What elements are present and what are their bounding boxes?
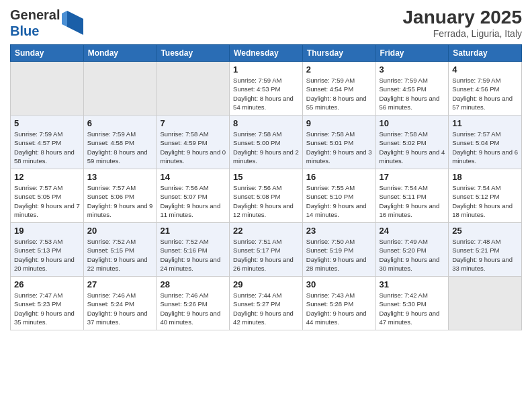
header: General Blue January 2025 Ferrada, Ligur… [10, 7, 522, 39]
week-row-3: 12Sunrise: 7:57 AMSunset: 5:05 PMDayligh… [11, 169, 522, 223]
calendar-cell: 15Sunrise: 7:56 AMSunset: 5:08 PMDayligh… [230, 169, 303, 223]
header-friday: Friday [375, 45, 449, 62]
day-info: Sunrise: 7:47 AMSunset: 5:23 PMDaylight:… [14, 291, 80, 326]
logo-icon [62, 11, 83, 35]
day-number: 5 [14, 118, 80, 128]
day-info: Sunrise: 7:59 AMSunset: 4:58 PMDaylight:… [87, 130, 153, 165]
calendar-cell: 9Sunrise: 7:58 AMSunset: 5:01 PMDaylight… [302, 116, 375, 169]
calendar-cell [11, 62, 84, 116]
calendar-cell [83, 62, 157, 116]
week-row-1: 1Sunrise: 7:59 AMSunset: 4:53 PMDaylight… [11, 62, 522, 116]
day-info: Sunrise: 7:42 AMSunset: 5:30 PMDaylight:… [380, 291, 445, 326]
calendar-cell: 5Sunrise: 7:59 AMSunset: 4:57 PMDaylight… [11, 116, 84, 169]
day-info: Sunrise: 7:54 AMSunset: 5:11 PMDaylight:… [380, 183, 445, 219]
calendar-cell: 14Sunrise: 7:56 AMSunset: 5:07 PMDayligh… [157, 169, 230, 223]
day-info: Sunrise: 7:59 AMSunset: 4:57 PMDaylight:… [14, 130, 80, 165]
calendar-cell: 19Sunrise: 7:53 AMSunset: 5:13 PMDayligh… [11, 223, 84, 277]
day-number: 11 [452, 118, 518, 128]
month-title: January 2025 [403, 7, 522, 28]
header-sunday: Sunday [11, 45, 84, 62]
day-number: 25 [452, 226, 518, 236]
calendar-cell: 1Sunrise: 7:59 AMSunset: 4:53 PMDaylight… [230, 62, 303, 116]
page: General Blue January 2025 Ferrada, Ligur… [0, 0, 532, 411]
title-block: January 2025 Ferrada, Liguria, Italy [403, 7, 522, 39]
calendar-cell: 7Sunrise: 7:58 AMSunset: 4:59 PMDaylight… [157, 116, 230, 169]
day-number: 26 [14, 279, 80, 289]
calendar-cell: 2Sunrise: 7:59 AMSunset: 4:54 PMDaylight… [302, 62, 375, 116]
calendar-cell: 17Sunrise: 7:54 AMSunset: 5:11 PMDayligh… [375, 169, 449, 223]
day-number: 4 [452, 64, 518, 75]
calendar-cell: 21Sunrise: 7:52 AMSunset: 5:16 PMDayligh… [157, 223, 230, 277]
logo: General Blue [10, 7, 83, 39]
day-info: Sunrise: 7:43 AMSunset: 5:28 PMDaylight:… [306, 291, 372, 326]
logo-general: General [10, 7, 60, 22]
calendar-cell: 12Sunrise: 7:57 AMSunset: 5:05 PMDayligh… [11, 169, 84, 223]
day-number: 10 [380, 118, 445, 128]
day-number: 2 [306, 64, 372, 75]
day-number: 27 [87, 279, 153, 289]
day-number: 14 [160, 172, 226, 182]
day-info: Sunrise: 7:58 AMSunset: 5:01 PMDaylight:… [306, 130, 372, 165]
day-number: 31 [380, 279, 445, 289]
calendar-cell [449, 277, 522, 330]
day-info: Sunrise: 7:55 AMSunset: 5:10 PMDaylight:… [306, 183, 372, 219]
day-number: 15 [233, 172, 299, 182]
day-number: 23 [306, 226, 372, 236]
day-info: Sunrise: 7:56 AMSunset: 5:07 PMDaylight:… [160, 183, 226, 219]
day-info: Sunrise: 7:56 AMSunset: 5:08 PMDaylight:… [233, 183, 299, 219]
day-number: 9 [306, 118, 372, 128]
day-info: Sunrise: 7:50 AMSunset: 5:19 PMDaylight:… [306, 237, 372, 273]
day-info: Sunrise: 7:58 AMSunset: 5:02 PMDaylight:… [380, 130, 445, 165]
day-info: Sunrise: 7:54 AMSunset: 5:12 PMDaylight:… [452, 183, 518, 219]
logo-text: General Blue [10, 7, 60, 39]
week-row-2: 5Sunrise: 7:59 AMSunset: 4:57 PMDaylight… [11, 116, 522, 169]
calendar-cell: 11Sunrise: 7:57 AMSunset: 5:04 PMDayligh… [449, 116, 522, 169]
calendar-cell: 28Sunrise: 7:46 AMSunset: 5:26 PMDayligh… [157, 277, 230, 330]
day-info: Sunrise: 7:44 AMSunset: 5:27 PMDaylight:… [233, 291, 299, 326]
svg-marker-0 [67, 11, 83, 35]
day-number: 19 [14, 226, 80, 236]
day-info: Sunrise: 7:58 AMSunset: 4:59 PMDaylight:… [160, 130, 226, 165]
calendar-cell: 26Sunrise: 7:47 AMSunset: 5:23 PMDayligh… [11, 277, 84, 330]
location: Ferrada, Liguria, Italy [403, 28, 522, 39]
day-number: 24 [380, 226, 445, 236]
day-info: Sunrise: 7:48 AMSunset: 5:21 PMDaylight:… [452, 237, 518, 273]
day-info: Sunrise: 7:59 AMSunset: 4:55 PMDaylight:… [380, 76, 445, 111]
day-number: 18 [452, 172, 518, 182]
day-number: 7 [160, 118, 226, 128]
day-info: Sunrise: 7:46 AMSunset: 5:26 PMDaylight:… [160, 291, 226, 326]
calendar-cell: 27Sunrise: 7:46 AMSunset: 5:24 PMDayligh… [83, 277, 157, 330]
header-tuesday: Tuesday [157, 45, 230, 62]
calendar-table: Sunday Monday Tuesday Wednesday Thursday… [10, 44, 522, 330]
day-info: Sunrise: 7:51 AMSunset: 5:17 PMDaylight:… [233, 237, 299, 273]
day-number: 17 [380, 172, 445, 182]
day-number: 16 [306, 172, 372, 182]
day-info: Sunrise: 7:59 AMSunset: 4:56 PMDaylight:… [452, 76, 518, 111]
day-info: Sunrise: 7:46 AMSunset: 5:24 PMDaylight:… [87, 291, 153, 326]
day-info: Sunrise: 7:49 AMSunset: 5:20 PMDaylight:… [380, 237, 445, 273]
day-info: Sunrise: 7:52 AMSunset: 5:15 PMDaylight:… [87, 237, 153, 273]
svg-marker-1 [62, 11, 67, 27]
calendar-cell: 20Sunrise: 7:52 AMSunset: 5:15 PMDayligh… [83, 223, 157, 277]
weekday-header-row: Sunday Monday Tuesday Wednesday Thursday… [11, 45, 522, 62]
day-info: Sunrise: 7:59 AMSunset: 4:54 PMDaylight:… [306, 76, 372, 111]
calendar-cell: 29Sunrise: 7:44 AMSunset: 5:27 PMDayligh… [230, 277, 303, 330]
header-wednesday: Wednesday [230, 45, 303, 62]
day-info: Sunrise: 7:59 AMSunset: 4:53 PMDaylight:… [233, 76, 299, 111]
calendar-cell: 3Sunrise: 7:59 AMSunset: 4:55 PMDaylight… [375, 62, 449, 116]
day-info: Sunrise: 7:58 AMSunset: 5:00 PMDaylight:… [233, 130, 299, 165]
header-thursday: Thursday [302, 45, 375, 62]
day-number: 6 [87, 118, 153, 128]
calendar-cell: 8Sunrise: 7:58 AMSunset: 5:00 PMDaylight… [230, 116, 303, 169]
calendar-cell: 31Sunrise: 7:42 AMSunset: 5:30 PMDayligh… [375, 277, 449, 330]
day-number: 1 [233, 64, 299, 75]
day-number: 22 [233, 226, 299, 236]
day-info: Sunrise: 7:57 AMSunset: 5:04 PMDaylight:… [452, 130, 518, 165]
calendar-cell: 6Sunrise: 7:59 AMSunset: 4:58 PMDaylight… [83, 116, 157, 169]
day-number: 30 [306, 279, 372, 289]
calendar-cell: 23Sunrise: 7:50 AMSunset: 5:19 PMDayligh… [302, 223, 375, 277]
day-info: Sunrise: 7:57 AMSunset: 5:05 PMDaylight:… [14, 183, 80, 219]
calendar-cell: 18Sunrise: 7:54 AMSunset: 5:12 PMDayligh… [449, 169, 522, 223]
week-row-4: 19Sunrise: 7:53 AMSunset: 5:13 PMDayligh… [11, 223, 522, 277]
day-number: 12 [14, 172, 80, 182]
